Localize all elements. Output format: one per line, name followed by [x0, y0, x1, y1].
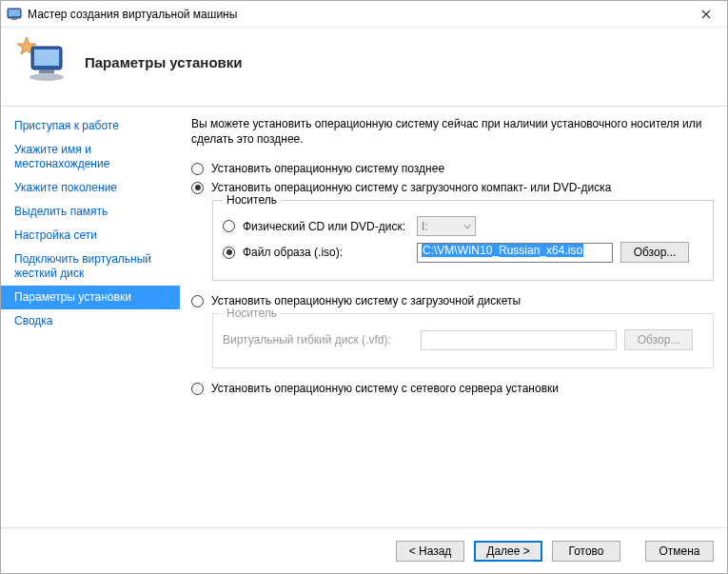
intro-text: Вы можете установить операционную систем…: [191, 116, 714, 147]
radio-icon: [223, 220, 235, 232]
close-icon: [701, 10, 711, 19]
option-iso-file-label: Файл образа (.iso):: [243, 246, 409, 259]
wizard-footer: < Назад Далее > Готово Отмена: [1, 527, 727, 573]
option-install-floppy[interactable]: Установить операционную систему с загруз…: [191, 294, 714, 307]
option-physical-disc-label: Физический CD или DVD-диск:: [243, 220, 409, 233]
page-title: Параметры установки: [85, 54, 243, 70]
sidebar-item-name[interactable]: Укажите имя и местонахождение: [1, 138, 180, 176]
wizard-sidebar: Приступая к работе Укажите имя и местона…: [1, 107, 180, 527]
option-install-network[interactable]: Установить операционную систему с сетево…: [191, 382, 714, 395]
physical-drive-value: I:: [422, 220, 428, 233]
option-physical-disc[interactable]: Физический CD или DVD-диск: I:: [223, 216, 703, 236]
sidebar-item-network[interactable]: Настройка сети: [1, 224, 180, 247]
svg-rect-2: [11, 18, 17, 20]
radio-icon: [223, 247, 235, 259]
next-button[interactable]: Далее >: [474, 541, 542, 562]
svg-rect-1: [9, 10, 20, 16]
radio-icon: [191, 383, 204, 395]
sidebar-item-memory[interactable]: Выделить память: [1, 200, 180, 224]
cddvd-media-legend: Носитель: [223, 193, 281, 207]
option-install-later-label: Установить операционную систему позднее: [211, 162, 444, 175]
floppy-media-legend: Носитель: [223, 307, 281, 320]
sidebar-item-install-options[interactable]: Параметры установки: [1, 286, 180, 309]
chevron-down-icon: [463, 223, 471, 230]
vfd-path-input: [421, 330, 617, 350]
wizard-main: Вы можете установить операционную систем…: [180, 107, 727, 527]
back-button[interactable]: < Назад: [396, 541, 464, 562]
svg-rect-5: [34, 49, 59, 66]
sidebar-item-disk[interactable]: Подключить виртуальный жесткий диск: [1, 247, 180, 286]
wizard-content: Приступая к работе Укажите имя и местона…: [1, 106, 727, 527]
sidebar-item-summary[interactable]: Сводка: [1, 309, 180, 333]
radio-icon: [191, 182, 204, 194]
iso-path-input[interactable]: C:\VM\WIN10_Russian_x64.iso: [417, 243, 613, 263]
option-install-floppy-label: Установить операционную систему с загруз…: [211, 294, 521, 307]
option-install-network-label: Установить операционную систему с сетево…: [211, 382, 559, 395]
option-install-later[interactable]: Установить операционную систему позднее: [191, 162, 714, 175]
titlebar: Мастер создания виртуальной машины: [1, 1, 727, 28]
vfd-label: Виртуальный гибкий диск (.vfd):: [223, 333, 413, 346]
cddvd-media-fieldset: Носитель Физический CD или DVD-диск: I: …: [212, 200, 714, 281]
physical-drive-select[interactable]: I:: [417, 216, 476, 236]
floppy-media-fieldset: Носитель Виртуальный гибкий диск (.vfd):…: [212, 313, 714, 368]
option-install-cddvd[interactable]: Установить операционную систему с загруз…: [191, 181, 714, 194]
svg-rect-6: [39, 69, 54, 73]
radio-icon: [191, 295, 204, 307]
wizard-header: Параметры установки: [1, 28, 727, 106]
svg-point-7: [30, 73, 64, 81]
window-app-icon: [7, 7, 22, 22]
iso-path-value: C:\VM\WIN10_Russian_x64.iso: [422, 244, 583, 257]
iso-browse-button[interactable]: Обзор...: [620, 242, 689, 263]
cancel-button[interactable]: Отмена: [645, 541, 714, 562]
option-install-cddvd-label: Установить операционную систему с загруз…: [211, 181, 611, 194]
radio-icon: [191, 163, 204, 175]
wizard-header-icon: [16, 35, 69, 89]
option-iso-file[interactable]: Файл образа (.iso): C:\VM\WIN10_Russian_…: [223, 242, 703, 263]
sidebar-item-generation[interactable]: Укажите поколение: [1, 176, 180, 200]
vfd-browse-button: Обзор...: [624, 329, 693, 350]
sidebar-item-start[interactable]: Приступая к работе: [1, 114, 180, 138]
finish-button[interactable]: Готово: [552, 541, 620, 562]
window-close-button[interactable]: [685, 1, 727, 28]
window-title: Мастер создания виртуальной машины: [28, 8, 237, 21]
